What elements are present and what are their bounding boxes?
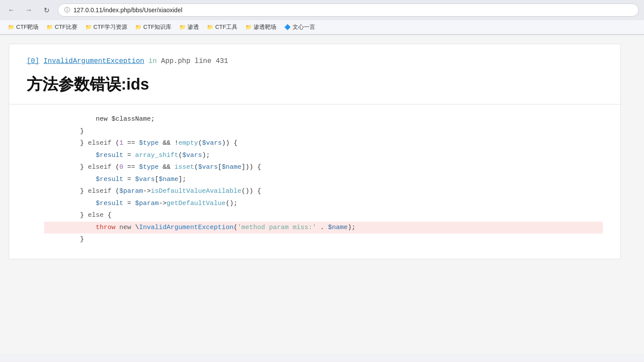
error-title: 方法参数错误:ids	[27, 74, 603, 95]
bookmark-label-ctf-resources: CTF学习资源	[94, 23, 127, 31]
folder-icon-ctf-range: 📁	[8, 24, 14, 30]
bookmark-ctf-range[interactable]: 📁 CTF靶场	[4, 22, 42, 32]
bookmark-ctf-resources[interactable]: 📁 CTF学习资源	[82, 22, 131, 32]
forward-button[interactable]: →	[23, 4, 35, 16]
lock-icon: ⓘ	[64, 6, 70, 14]
bookmark-label-pentest: 渗透	[188, 23, 199, 31]
browser-chrome: ← → ↻ ⓘ 127.0.0.11/index.php/bbs/User/xi…	[0, 0, 644, 35]
code-line-9: } else {	[44, 209, 603, 222]
bookmarks-bar: 📁 CTF靶场 📁 CTF比赛 📁 CTF学习资源 📁 CTF知识库 📁 渗透 …	[0, 20, 644, 35]
exception-line-label: line	[195, 57, 211, 65]
code-container: new $className; } } elseif (1 == $type &…	[44, 113, 603, 246]
error-card: [0] InvalidArgumentException in App.php …	[9, 44, 621, 259]
code-line-2: }	[44, 125, 603, 138]
bookmark-label-ctf-range: CTF靶场	[16, 23, 38, 31]
bookmark-label-wenxin: 文心一言	[292, 23, 315, 31]
wenxin-icon: 🔷	[284, 24, 291, 30]
bookmark-label-pentest-range: 渗透靶场	[254, 23, 276, 31]
error-index[interactable]: [0]	[27, 57, 39, 65]
exception-in-text: in	[148, 57, 157, 65]
bookmark-ctf-knowledge[interactable]: 📁 CTF知识库	[132, 22, 175, 32]
code-block: new $className; } } elseif (1 == $type &…	[9, 104, 620, 259]
bookmark-wenxin[interactable]: 🔷 文心一言	[281, 22, 319, 32]
exception-line-number: 431	[216, 57, 228, 65]
code-line-4: $result = array_shift($vars);	[44, 150, 603, 162]
bookmark-label-ctf-competition: CTF比赛	[55, 23, 77, 31]
code-line-1: new $className;	[44, 113, 603, 125]
code-line-10: throw new \InvalidArgumentException('met…	[44, 222, 603, 234]
exception-file: App.php	[161, 57, 190, 65]
back-button[interactable]: ←	[5, 4, 17, 16]
page-content: [0] InvalidArgumentException in App.php …	[0, 35, 644, 353]
folder-icon-pentest: 📁	[179, 24, 186, 30]
error-header: [0] InvalidArgumentException in App.php …	[9, 44, 620, 104]
code-line-11: }	[44, 233, 603, 246]
nav-bar: ← → ↻ ⓘ 127.0.0.11/index.php/bbs/User/xi…	[0, 0, 644, 20]
exception-class[interactable]: InvalidArgumentException	[43, 57, 144, 65]
bookmark-label-ctf-knowledge: CTF知识库	[143, 23, 171, 31]
bookmark-label-ctf-tools: CTF工具	[215, 23, 237, 31]
folder-icon-ctf-resources: 📁	[85, 24, 92, 30]
code-line-6: $result = $vars[$name];	[44, 174, 603, 186]
address-bar[interactable]: ⓘ 127.0.0.11/index.php/bbs/User/xiaoxide…	[58, 3, 639, 17]
code-line-5: } elseif (0 == $type && isset($vars[$nam…	[44, 161, 603, 174]
exception-line: [0] InvalidArgumentException in App.php …	[27, 57, 603, 65]
reload-button[interactable]: ↻	[40, 4, 52, 16]
code-line-7: } elseif ($param->isDefaultValueAvailabl…	[44, 185, 603, 198]
folder-icon-ctf-tools: 📁	[207, 24, 213, 30]
code-line-8: $result = $param->getDefaultValue();	[44, 198, 603, 210]
bookmark-pentest-range[interactable]: 📁 渗透靶场	[242, 22, 280, 32]
folder-icon-ctf-knowledge: 📁	[135, 24, 142, 30]
folder-icon-ctf-competition: 📁	[46, 24, 53, 30]
bookmark-ctf-tools[interactable]: 📁 CTF工具	[203, 22, 241, 32]
bookmark-pentest[interactable]: 📁 渗透	[176, 22, 202, 32]
bookmark-ctf-competition[interactable]: 📁 CTF比赛	[43, 22, 80, 32]
code-line-3: } elseif (1 == $type && !empty($vars)) {	[44, 137, 603, 150]
folder-icon-pentest-range: 📁	[245, 24, 252, 30]
url-text: 127.0.0.11/index.php/bbs/User/xiaoxidel	[73, 7, 182, 14]
